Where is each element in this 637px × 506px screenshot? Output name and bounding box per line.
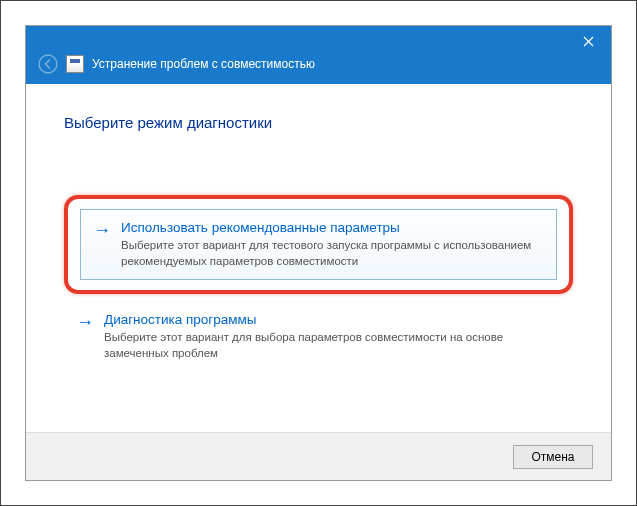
close-icon [583,36,594,47]
page-title: Выберите режим диагностики [64,114,573,131]
option-diagnose[interactable]: → Диагностика программы Выберите этот ва… [64,302,573,371]
option-description: Выберите этот вариант для выбора парамет… [104,330,561,361]
dialog-header: Устранение проблем с совместимостью [26,26,611,84]
back-arrow-icon [38,54,58,74]
option-description: Выберите этот вариант для тестового запу… [121,238,544,269]
close-button[interactable] [566,26,611,56]
arrow-right-icon: → [93,220,111,242]
content-area: Выберите режим диагностики → Использоват… [26,84,611,432]
svg-point-0 [39,55,57,73]
dialog: Устранение проблем с совместимостью Выбе… [25,25,612,481]
back-button[interactable] [36,52,60,76]
option-recommended[interactable]: → Использовать рекомендованные параметры… [64,195,573,294]
option-text: Диагностика программы Выберите этот вари… [104,312,561,361]
cancel-button[interactable]: Отмена [513,445,593,469]
arrow-right-icon: → [76,312,94,334]
dialog-footer: Отмена [26,432,611,480]
option-title: Использовать рекомендованные параметры [121,220,544,235]
option-text: Использовать рекомендованные параметры В… [121,220,544,269]
window-frame: Устранение проблем с совместимостью Выбе… [0,0,637,506]
header-title: Устранение проблем с совместимостью [92,57,315,71]
option-title: Диагностика программы [104,312,561,327]
wizard-icon [66,55,84,73]
